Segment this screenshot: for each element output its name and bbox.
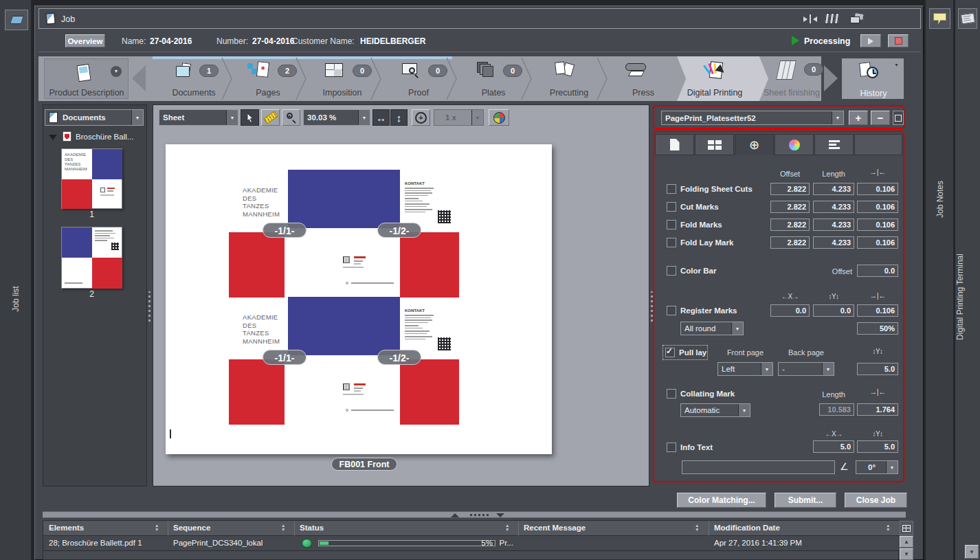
terminal-rail-label[interactable]: Digital Printing Terminal bbox=[955, 242, 965, 352]
stacked-views-icon[interactable] bbox=[825, 13, 840, 24]
fold-marks-length-field[interactable]: 4.233 bbox=[813, 219, 854, 231]
column-header-status[interactable]: Status bbox=[300, 524, 324, 532]
workflow-step-history[interactable]: ▼ History bbox=[842, 58, 904, 99]
history-menu-icon[interactable]: ▼ bbox=[894, 63, 899, 67]
info-text-x-field[interactable]: 5.0 bbox=[813, 440, 854, 453]
workflow-step-proof[interactable]: Proof 0 bbox=[386, 58, 451, 100]
tree-expand-icon[interactable] bbox=[49, 135, 57, 140]
register-marks-y-field[interactable]: 0.0 bbox=[813, 304, 854, 317]
folding-sheet-cuts-length-field[interactable]: 4.233 bbox=[813, 183, 854, 195]
detach-window-icon[interactable] bbox=[850, 13, 867, 25]
zoom-tool-button[interactable]: + bbox=[282, 109, 300, 126]
column-header-sequence[interactable]: Sequence bbox=[173, 524, 210, 532]
info-text-y-field[interactable]: 5.0 bbox=[857, 440, 898, 453]
maximize-device-button[interactable] bbox=[893, 111, 904, 125]
job-list-panel-button[interactable] bbox=[5, 10, 28, 30]
workflow-step-plates[interactable]: Plates 0 bbox=[460, 58, 526, 100]
sheet-preview[interactable]: AKADEMIEDES TANZESMANNHEIM KONTAKT bbox=[166, 144, 552, 454]
workflow-step-digital-printing[interactable]: Digital Printing bbox=[682, 58, 751, 100]
info-text-checkbox[interactable] bbox=[667, 443, 676, 452]
workflow-step-pages[interactable]: * Pages 2 bbox=[235, 58, 300, 100]
column-header-recent-message[interactable]: Recent Message bbox=[524, 524, 586, 532]
cut-marks-checkbox[interactable] bbox=[667, 202, 676, 212]
job-notes-rail-label[interactable]: Job Notes bbox=[935, 158, 945, 240]
zoom-area-button[interactable]: + bbox=[412, 109, 430, 126]
fit-height-button[interactable]: ↕ bbox=[390, 109, 408, 126]
rail-scroll-down-button[interactable]: ▼ bbox=[965, 545, 979, 559]
measure-tool-button[interactable] bbox=[261, 109, 280, 126]
select-tool-button[interactable] bbox=[241, 109, 259, 126]
sort-icon[interactable]: ▲▼ bbox=[155, 524, 159, 532]
sort-icon[interactable]: ▲▼ bbox=[505, 524, 509, 532]
collating-mark-length-field[interactable]: 10.583 bbox=[819, 403, 854, 416]
terminal-panel-button[interactable] bbox=[958, 8, 977, 29]
tab-output[interactable] bbox=[814, 134, 854, 155]
collating-mark-gap-field[interactable]: 1.764 bbox=[857, 403, 898, 416]
fold-lay-mark-gap-field[interactable]: 0.106 bbox=[857, 236, 898, 249]
sort-icon[interactable]: ▲▼ bbox=[281, 524, 285, 532]
collapse-panels-icon[interactable] bbox=[803, 14, 817, 23]
folding-sheet-cuts-offset-field[interactable]: 2.822 bbox=[770, 183, 810, 195]
resume-button[interactable] bbox=[860, 34, 881, 47]
sort-icon[interactable]: ▲▼ bbox=[886, 524, 890, 532]
device-select[interactable]: PagePrint_Platesetter52 ▼ bbox=[661, 111, 844, 125]
color-matching-button[interactable]: Color Matching... bbox=[677, 493, 766, 508]
register-marks-gap-field[interactable]: 0.106 bbox=[857, 304, 898, 317]
column-header-elements[interactable]: Elements bbox=[49, 524, 84, 532]
fold-lay-mark-length-field[interactable]: 4.233 bbox=[813, 236, 854, 249]
workflow-step-press[interactable]: Press bbox=[610, 58, 676, 100]
pull-lay-back-select[interactable]: - ▼ bbox=[778, 362, 834, 376]
cut-marks-offset-field[interactable]: 2.822 bbox=[770, 201, 810, 213]
color-bar-offset-field[interactable]: 0.0 bbox=[857, 265, 898, 277]
job-notes-panel-button[interactable] bbox=[929, 8, 950, 29]
collating-mark-checkbox[interactable] bbox=[667, 389, 676, 399]
horizontal-splitter[interactable] bbox=[43, 511, 906, 518]
overview-button[interactable]: Overview bbox=[65, 34, 105, 47]
pull-lay-checkbox[interactable] bbox=[665, 348, 675, 357]
column-header-modification-date[interactable]: Modification Date bbox=[714, 524, 780, 532]
info-text-angle-select[interactable]: 0° ▼ bbox=[856, 460, 898, 474]
sort-icon[interactable]: ▲▼ bbox=[695, 524, 699, 532]
tab-layout[interactable] bbox=[695, 134, 734, 155]
folding-sheet-cuts-gap-field[interactable]: 0.106 bbox=[857, 183, 898, 195]
page-thumbnail-1[interactable]: AKADEMIE DES TANZES MANNHEIM bbox=[61, 148, 122, 209]
workflow-step-precutting[interactable]: Precutting bbox=[536, 58, 601, 100]
folding-sheet-cuts-checkbox[interactable] bbox=[667, 184, 676, 194]
panel-splitter-left[interactable] bbox=[147, 104, 153, 486]
fold-marks-offset-field[interactable]: 2.822 bbox=[770, 219, 810, 231]
collating-mark-mode-select[interactable]: Automatic ▼ bbox=[680, 403, 750, 417]
fold-lay-mark-offset-field[interactable]: 2.822 bbox=[770, 236, 810, 249]
pull-lay-front-select[interactable]: Left ▼ bbox=[717, 362, 773, 376]
remove-device-button[interactable]: − bbox=[871, 111, 890, 125]
splitter-collapse-down-icon[interactable] bbox=[496, 513, 504, 517]
tab-marks[interactable]: ⊕ bbox=[735, 134, 774, 155]
view-mode-select[interactable]: Sheet ▼ bbox=[159, 109, 238, 126]
workflow-step-imposition[interactable]: Imposition 0 bbox=[310, 58, 375, 100]
fold-lay-mark-checkbox[interactable] bbox=[667, 238, 676, 247]
register-marks-x-field[interactable]: 0.0 bbox=[770, 304, 810, 317]
splitter-collapse-up-icon[interactable] bbox=[451, 513, 459, 517]
zoom-level-select[interactable]: 30.03 % ▼ bbox=[303, 109, 370, 126]
tab-sheet[interactable] bbox=[655, 134, 694, 155]
documents-panel-selector[interactable]: Documents ▼ bbox=[45, 109, 144, 126]
fold-marks-gap-field[interactable]: 0.106 bbox=[857, 219, 898, 231]
fold-marks-checkbox[interactable] bbox=[667, 220, 676, 229]
page-thumbnail-2[interactable] bbox=[61, 227, 122, 289]
cut-marks-length-field[interactable]: 4.233 bbox=[813, 201, 854, 213]
stop-button[interactable] bbox=[888, 34, 909, 47]
table-options-button[interactable] bbox=[900, 521, 913, 535]
workflow-scroll-right-icon[interactable] bbox=[824, 65, 838, 91]
submit-button[interactable]: Submit... bbox=[775, 493, 836, 508]
document-tree-item[interactable]: Broschüre Ball... bbox=[76, 133, 133, 141]
queue-table-row[interactable]: 28; Broschüre Ballett.pdf 1 PagePrint_DC… bbox=[43, 536, 900, 551]
cut-marks-gap-field[interactable]: 0.106 bbox=[857, 201, 898, 213]
fit-width-button[interactable]: ↔ bbox=[372, 109, 390, 126]
repeat-select[interactable]: 1 x ▼ bbox=[434, 109, 484, 126]
table-scroll-up-button[interactable]: ▲ bbox=[900, 536, 913, 548]
workflow-step-documents[interactable]: Documents 1 bbox=[157, 58, 222, 100]
register-marks-checkbox[interactable] bbox=[667, 306, 676, 315]
add-device-button[interactable]: + bbox=[849, 111, 868, 125]
register-marks-size-field[interactable]: 50% bbox=[857, 322, 898, 335]
job-list-rail-label[interactable]: Job list bbox=[11, 258, 21, 340]
close-job-button[interactable]: Close Job bbox=[845, 493, 907, 508]
